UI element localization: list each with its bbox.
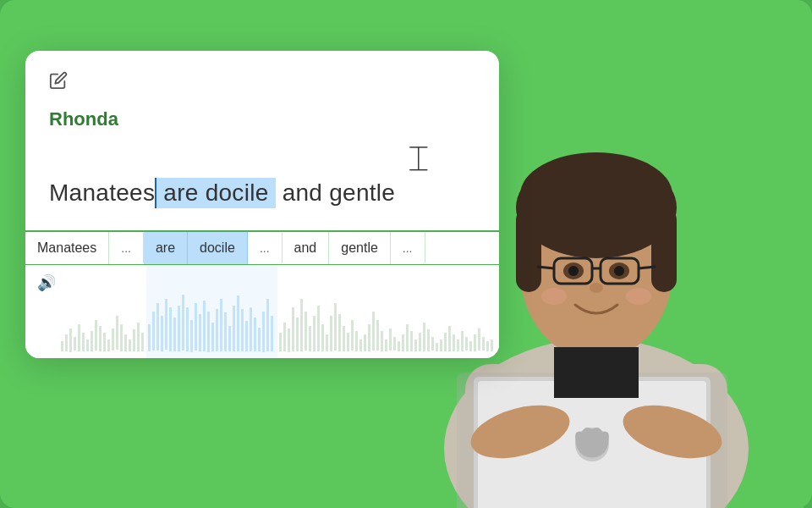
- username-label: Rhonda: [49, 108, 475, 130]
- svg-rect-84: [296, 318, 299, 351]
- svg-rect-91: [326, 334, 328, 351]
- svg-rect-87: [309, 326, 311, 351]
- svg-rect-116: [431, 337, 434, 351]
- svg-rect-35: [86, 340, 89, 351]
- svg-rect-107: [393, 337, 396, 351]
- token-and[interactable]: and: [283, 232, 330, 264]
- svg-rect-96: [347, 333, 349, 351]
- svg-rect-82: [288, 329, 290, 352]
- token-docile[interactable]: docile: [188, 232, 248, 264]
- token-dots-1: ...: [109, 233, 144, 263]
- svg-rect-97: [351, 320, 354, 351]
- svg-rect-47: [137, 323, 140, 351]
- svg-point-11: [568, 266, 579, 276]
- svg-rect-108: [398, 341, 400, 351]
- sentence-display: Manatees are docile and gentle: [49, 178, 475, 217]
- svg-rect-103: [376, 320, 379, 351]
- svg-rect-122: [457, 340, 459, 351]
- svg-rect-80: [279, 333, 282, 351]
- svg-rect-43: [120, 324, 123, 351]
- svg-rect-29: [61, 341, 63, 351]
- svg-rect-36: [91, 331, 93, 351]
- svg-point-8: [520, 152, 672, 237]
- svg-rect-48: [141, 333, 144, 351]
- sentence-part2: and gentle: [276, 179, 396, 207]
- svg-rect-32: [74, 337, 76, 351]
- waveform-row: 🔊: [25, 265, 499, 358]
- svg-rect-90: [321, 324, 324, 351]
- svg-rect-129: [486, 341, 489, 351]
- svg-rect-118: [440, 340, 442, 351]
- waveform-section: Manatees ... are docile ... and gentle .…: [25, 230, 499, 358]
- token-row: Manatees ... are docile ... and gentle .…: [25, 232, 499, 265]
- ui-card: Rhonda ⌶ Manatees are docile and gentle …: [25, 51, 499, 358]
- token-gentle[interactable]: gentle: [329, 232, 391, 264]
- svg-rect-117: [436, 343, 438, 351]
- svg-rect-45: [129, 340, 131, 351]
- svg-point-14: [614, 266, 624, 276]
- token-are[interactable]: are: [144, 232, 188, 264]
- svg-rect-37: [95, 320, 97, 351]
- svg-rect-99: [359, 340, 362, 351]
- svg-rect-115: [427, 329, 430, 351]
- svg-rect-105: [385, 340, 387, 351]
- svg-rect-83: [292, 307, 294, 351]
- edit-icon-wrap[interactable]: [49, 71, 475, 93]
- svg-rect-110: [406, 324, 409, 351]
- svg-rect-41: [112, 329, 114, 351]
- svg-rect-94: [338, 314, 341, 351]
- token-manatees[interactable]: Manatees: [25, 232, 109, 264]
- token-dots-2: ...: [248, 233, 283, 263]
- svg-rect-112: [414, 340, 417, 351]
- svg-rect-100: [364, 334, 366, 351]
- svg-rect-128: [482, 337, 485, 351]
- svg-rect-101: [368, 324, 370, 351]
- svg-rect-33: [78, 324, 80, 351]
- svg-rect-106: [389, 329, 392, 351]
- token-dots-3: ...: [391, 233, 425, 263]
- svg-rect-127: [478, 329, 480, 351]
- svg-rect-113: [419, 333, 421, 351]
- svg-point-18: [590, 283, 603, 293]
- svg-point-19: [541, 288, 567, 305]
- sentence-highlight: are docile: [155, 178, 275, 208]
- svg-rect-40: [107, 340, 110, 351]
- svg-rect-92: [330, 316, 332, 351]
- sentence-part1: Manatees: [49, 179, 155, 207]
- svg-point-20: [626, 288, 651, 305]
- svg-rect-130: [491, 340, 493, 351]
- svg-rect-89: [317, 306, 320, 351]
- svg-rect-28: [554, 347, 639, 398]
- svg-rect-81: [283, 323, 286, 351]
- cursor-row: ⌶: [49, 142, 475, 173]
- svg-rect-125: [469, 341, 472, 351]
- svg-rect-104: [381, 331, 383, 351]
- waveform-svg: [25, 265, 499, 358]
- svg-rect-38: [99, 326, 102, 351]
- svg-rect-109: [402, 334, 404, 351]
- svg-rect-34: [82, 333, 85, 351]
- svg-rect-39: [103, 333, 106, 351]
- svg-rect-114: [423, 323, 425, 351]
- svg-rect-88: [313, 316, 315, 351]
- svg-rect-31: [69, 329, 72, 352]
- svg-rect-44: [124, 334, 127, 351]
- svg-rect-46: [133, 329, 135, 351]
- svg-rect-123: [461, 331, 464, 351]
- svg-rect-102: [372, 312, 375, 351]
- svg-rect-85: [300, 299, 303, 351]
- svg-rect-120: [448, 326, 451, 351]
- svg-rect-30: [65, 334, 68, 351]
- svg-rect-93: [334, 303, 337, 351]
- svg-rect-126: [474, 334, 476, 351]
- edit-icon: [49, 71, 68, 90]
- text-cursor: ⌶: [409, 142, 425, 173]
- svg-rect-111: [410, 331, 413, 351]
- svg-rect-121: [453, 334, 455, 351]
- svg-rect-95: [343, 326, 345, 351]
- svg-rect-124: [465, 337, 468, 351]
- svg-line-16: [537, 267, 554, 268]
- svg-rect-86: [304, 312, 307, 351]
- card-top: Rhonda ⌶ Manatees are docile and gentle: [25, 51, 499, 230]
- svg-line-17: [639, 267, 656, 268]
